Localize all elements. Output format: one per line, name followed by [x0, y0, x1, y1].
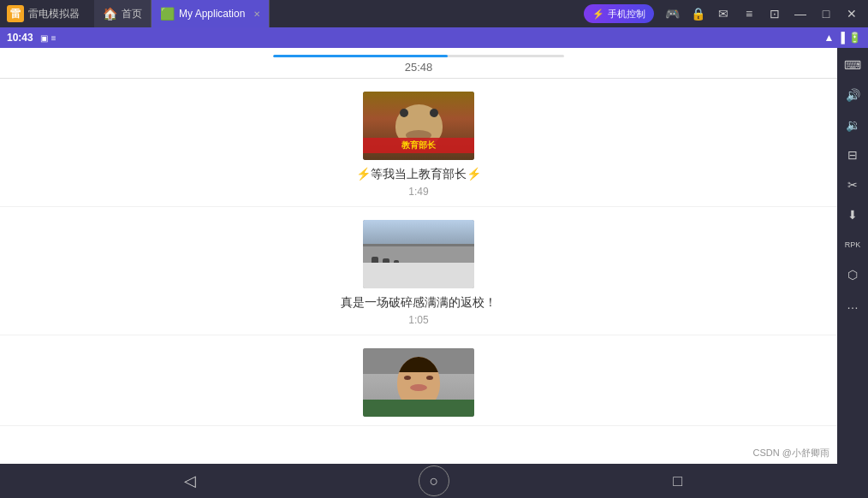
battery-icon: ▐ [837, 32, 845, 44]
feed-image-bear[interactable]: 教育部长 [363, 92, 474, 160]
volume-up-button[interactable]: 🔊 [840, 82, 865, 108]
menu-button[interactable]: ≡ [737, 2, 761, 26]
right-sidebar: ⌨ 🔊 🔉 ⊟ ✂ ⬇ RPK ⬡ … [837, 48, 868, 464]
app-logo-text: 雷电模拟器 [28, 7, 80, 21]
bear-caption-overlay: 教育部长 [363, 138, 474, 153]
download-button[interactable]: ⬇ [840, 202, 865, 228]
recent-button[interactable]: □ [663, 465, 693, 496]
status-bar: 10:43 ▣ ≡ ▲ ▐ 🔋 [0, 27, 868, 48]
title-bar-left: 雷 雷电模拟器 🏠 首页 🟩 My Application ✕ [0, 0, 270, 27]
screen-button[interactable]: ⊡ [763, 2, 787, 26]
app-logo[interactable]: 雷 雷电模拟器 [0, 0, 94, 27]
bear-image-content: 教育部长 [363, 92, 474, 160]
scissors-button[interactable]: ✂ [840, 172, 865, 198]
list-item: 真是一场破碎感满满的返校！ 1:05 [0, 207, 837, 335]
progress-area: 25:48 [0, 48, 837, 79]
feed-image-face[interactable] [363, 348, 474, 417]
progress-time: 25:48 [405, 61, 433, 74]
list-item [0, 335, 837, 426]
tab-close-button[interactable]: ✕ [253, 9, 260, 19]
battery-level: 🔋 [848, 32, 861, 44]
nav-bar: ◁ ○ □ [0, 464, 868, 498]
feed-time-1: 1:49 [408, 186, 428, 198]
feed-list[interactable]: 教育部长 ⚡等我当上教育部长⚡ 1:49 [0, 79, 837, 464]
feed-caption-2: 真是一场破碎感满满的返校！ [341, 295, 496, 311]
tab-app[interactable]: 🟩 My Application ✕ [152, 0, 270, 27]
title-bar: 雷 雷电模拟器 🏠 首页 🟩 My Application ✕ ⚡ 手机控制 🎮… [0, 0, 868, 27]
home-icon: 🏠 [103, 7, 117, 21]
phone-control-button[interactable]: ⚡ 手机控制 [584, 4, 654, 23]
feed-time-2: 1:05 [408, 314, 428, 326]
keyboard-button[interactable]: ⌨ [840, 52, 865, 78]
status-icon-2: ≡ [51, 33, 56, 43]
minimize-button[interactable]: — [788, 2, 812, 26]
home-nav-icon: ○ [430, 472, 439, 490]
app-content: 25:48 教育部长 ⚡等我当上教育部长⚡ 1:49 [0, 48, 837, 464]
feed-caption-1: ⚡等我当上教育部长⚡ [356, 167, 481, 182]
close-button[interactable]: ✕ [840, 2, 864, 26]
volume-down-button[interactable]: 🔉 [840, 112, 865, 138]
feed-image-street[interactable] [363, 220, 474, 288]
gamepad-button[interactable]: 🎮 [660, 2, 684, 26]
more-button[interactable]: … [840, 292, 865, 317]
watermark: CSDN @小舒卿雨 [753, 444, 829, 459]
back-icon: ◁ [184, 471, 196, 490]
home-nav-button[interactable]: ○ [419, 465, 449, 496]
lightning-icon: ⚡ [592, 9, 604, 20]
app-icon: 🟩 [160, 7, 175, 21]
lock-button[interactable]: 🔒 [686, 2, 710, 26]
status-time: 10:43 [7, 32, 33, 44]
hexagon-button[interactable]: ⬡ [840, 262, 865, 288]
main-area: 25:48 教育部长 ⚡等我当上教育部长⚡ 1:49 [0, 48, 868, 464]
rpk-button[interactable]: RPK [840, 232, 865, 258]
recent-icon: □ [673, 472, 682, 490]
progress-bar-fill [273, 55, 448, 57]
phone-control-label: 手机控制 [608, 8, 645, 21]
maximize-button[interactable]: □ [814, 2, 838, 26]
status-icons: ▣ ≡ [40, 33, 56, 43]
tab-app-label: My Application [179, 8, 245, 20]
title-bar-controls: ⚡ 手机控制 🎮 🔒 ✉ ≡ ⊡ — □ ✕ [584, 0, 868, 27]
back-button[interactable]: ◁ [175, 465, 205, 496]
resize-button[interactable]: ⊟ [840, 142, 865, 168]
list-item: 教育部长 ⚡等我当上教育部长⚡ 1:49 [0, 79, 837, 207]
watermark-text: CSDN @小舒卿雨 [753, 448, 829, 458]
wifi-icon: ▲ [824, 32, 835, 44]
app-logo-icon: 雷 [7, 5, 24, 22]
status-icon-1: ▣ [40, 33, 48, 43]
tab-home-label: 首页 [122, 7, 142, 21]
tab-home[interactable]: 🏠 首页 [94, 0, 152, 27]
face-hair [397, 357, 440, 372]
street-image-content [363, 220, 474, 288]
face-image-content [363, 348, 474, 417]
progress-bar-track[interactable] [273, 55, 564, 57]
mail-button[interactable]: ✉ [711, 2, 735, 26]
status-right: ▲ ▐ 🔋 [824, 32, 861, 44]
